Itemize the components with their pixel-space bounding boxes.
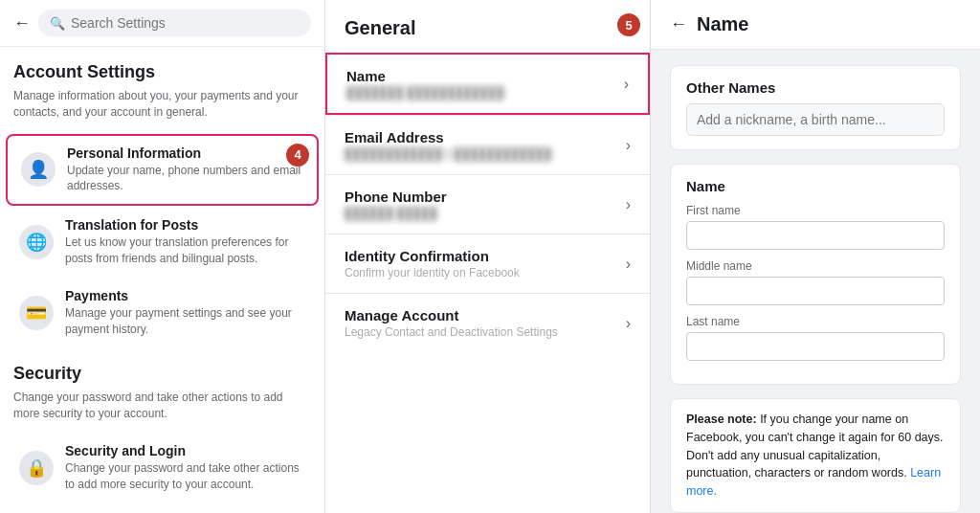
other-names-title: Other Names bbox=[686, 79, 945, 96]
email-chevron-icon: › bbox=[626, 137, 631, 154]
security-title: Security bbox=[0, 348, 324, 388]
translation-title: Translation for Posts bbox=[65, 217, 305, 233]
general-header: General 5 bbox=[325, 0, 650, 53]
last-name-label: Last name bbox=[686, 315, 945, 328]
right-header: ← Name bbox=[651, 0, 980, 50]
last-name-field: Last name bbox=[686, 315, 945, 361]
identity-chevron-icon: › bbox=[626, 256, 631, 273]
personal-info-title: Personal Information bbox=[67, 145, 303, 161]
right-content: Other Names Name First name Middle name … bbox=[651, 50, 980, 513]
translation-desc: Let us know your translation preferences… bbox=[65, 234, 305, 267]
annotation-5: 5 bbox=[617, 13, 640, 36]
phone-item-subtitle: ██████ █████ bbox=[345, 207, 626, 220]
personal-info-desc: Update your name, phone numbers and emai… bbox=[67, 163, 303, 195]
middle-item-name[interactable]: Name ███████ ████████████ › bbox=[325, 53, 650, 115]
search-input[interactable] bbox=[71, 15, 300, 31]
identity-item-subtitle: Confirm your identity on Facebook bbox=[345, 266, 626, 279]
payments-icon: 💳 bbox=[19, 296, 54, 330]
payments-title: Payments bbox=[65, 288, 305, 303]
name-section: Name First name Middle name Last name bbox=[670, 164, 961, 385]
sidebar-item-security-login[interactable]: 🔒 Security and Login Change your passwor… bbox=[6, 434, 319, 502]
middle-item-email[interactable]: Email Address ████████████@████████████ … bbox=[325, 115, 650, 174]
name-note: Please note: If you change your name on … bbox=[670, 398, 961, 513]
manage-account-subtitle: Legacy Contact and Deactivation Settings bbox=[345, 325, 626, 339]
identity-item-title: Identity Confirmation bbox=[345, 248, 626, 264]
payments-desc: Manage your payment settings and see you… bbox=[65, 305, 305, 338]
name-section-title: Name bbox=[686, 178, 945, 194]
phone-item-title: Phone Number bbox=[345, 189, 626, 205]
account-settings-description: Manage information about you, your payme… bbox=[0, 86, 324, 132]
left-panel: ← 🔍 Account Settings Manage information … bbox=[0, 0, 325, 513]
manage-account-title: Manage Account bbox=[345, 307, 626, 323]
other-names-section: Other Names bbox=[670, 65, 961, 150]
middle-name-label: Middle name bbox=[686, 259, 945, 273]
email-item-title: Email Address bbox=[345, 129, 626, 145]
first-name-label: First name bbox=[686, 204, 945, 217]
general-title: General bbox=[345, 17, 415, 39]
name-chevron-icon: › bbox=[624, 76, 629, 93]
search-icon: 🔍 bbox=[50, 16, 65, 31]
right-title: Name bbox=[697, 13, 748, 35]
manage-account-chevron-icon: › bbox=[626, 315, 631, 332]
back-icon[interactable]: ← bbox=[13, 13, 31, 33]
middle-name-field: Middle name bbox=[686, 259, 945, 305]
security-login-icon: 🔒 bbox=[19, 451, 54, 485]
sidebar-item-payments[interactable]: 💳 Payments Manage your payment settings … bbox=[6, 279, 319, 347]
security-login-title: Security and Login bbox=[65, 443, 305, 458]
annotation-4: 4 bbox=[286, 144, 309, 167]
search-bar: ← 🔍 bbox=[0, 0, 324, 47]
first-name-input[interactable] bbox=[686, 221, 945, 250]
middle-name-input[interactable] bbox=[686, 277, 945, 305]
middle-item-phone[interactable]: Phone Number ██████ █████ › bbox=[325, 174, 650, 234]
first-name-field: First name bbox=[686, 204, 945, 250]
name-item-subtitle: ███████ ████████████ bbox=[346, 86, 624, 100]
security-login-desc: Change your password and take other acti… bbox=[65, 460, 305, 493]
email-item-subtitle: ████████████@████████████ bbox=[345, 147, 626, 161]
account-settings-title: Account Settings bbox=[0, 47, 324, 86]
middle-item-manage-account[interactable]: Manage Account Legacy Contact and Deacti… bbox=[325, 293, 650, 352]
right-panel: ← Name Other Names Name First name Middl… bbox=[651, 0, 980, 513]
right-back-icon[interactable]: ← bbox=[670, 14, 687, 34]
personal-info-icon: 👤 bbox=[21, 152, 56, 187]
sidebar-item-translation[interactable]: 🌐 Translation for Posts Let us know your… bbox=[6, 208, 319, 277]
sidebar-item-personal-information[interactable]: 👤 Personal Information Update your name,… bbox=[6, 134, 319, 207]
sidebar-item-apps-websites[interactable]: 🔗 Apps and Websites Manage the informati… bbox=[6, 506, 319, 513]
note-bold: Please note: bbox=[686, 413, 757, 426]
middle-panel: General 5 Name ███████ ████████████ › Em… bbox=[325, 0, 651, 513]
other-names-input[interactable] bbox=[686, 103, 945, 136]
phone-chevron-icon: › bbox=[626, 196, 631, 213]
name-item-title: Name bbox=[346, 68, 624, 84]
middle-item-identity[interactable]: Identity Confirmation Confirm your ident… bbox=[325, 234, 650, 293]
security-description: Change your password and take other acti… bbox=[0, 388, 324, 432]
translation-icon: 🌐 bbox=[19, 225, 54, 259]
last-name-input[interactable] bbox=[686, 332, 945, 361]
search-input-wrapper: 🔍 bbox=[38, 10, 311, 36]
